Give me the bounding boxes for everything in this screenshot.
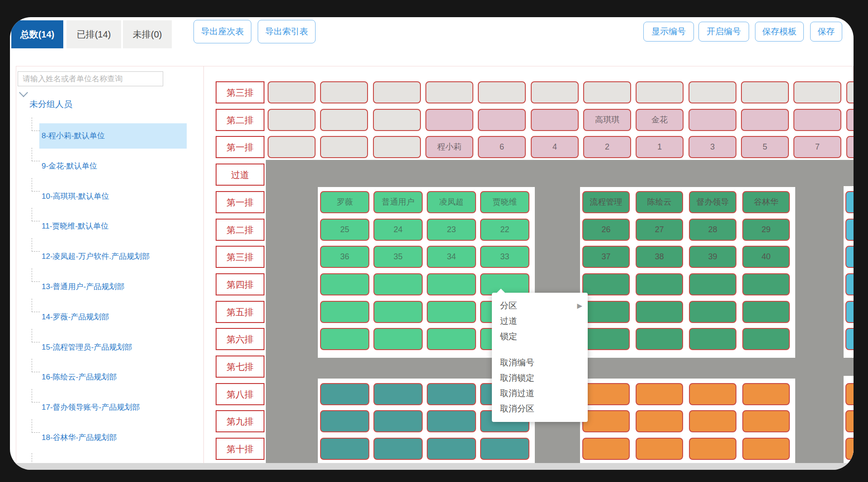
seat[interactable] (480, 438, 529, 460)
tab-seated[interactable]: 已排(14) (66, 20, 121, 48)
row-label[interactable]: 第十排 (216, 438, 264, 460)
seat[interactable] (636, 273, 683, 295)
seat[interactable]: 程小莉 (425, 136, 473, 158)
seat[interactable] (636, 301, 683, 323)
seat[interactable] (689, 438, 736, 460)
seat[interactable]: 26 (582, 219, 630, 241)
seat[interactable] (845, 410, 854, 432)
horizontal-scrollbar[interactable] (10, 463, 854, 470)
seat[interactable] (373, 410, 423, 432)
tree-item-person[interactable]: 13-普通用户-产品规划部 (42, 281, 124, 292)
search-input[interactable] (18, 71, 163, 86)
seat[interactable]: 7 (793, 136, 841, 158)
seat[interactable] (742, 383, 790, 405)
seat[interactable] (373, 438, 423, 460)
seat[interactable]: 贾晓维 (480, 191, 529, 213)
seat[interactable] (320, 301, 369, 323)
seat[interactable]: 2 (583, 136, 631, 158)
seat[interactable]: 28 (689, 219, 736, 241)
seat[interactable] (636, 410, 683, 432)
seat[interactable] (320, 328, 369, 350)
seat[interactable] (478, 81, 526, 103)
seat[interactable] (425, 109, 473, 131)
seat[interactable] (846, 81, 854, 103)
seat[interactable]: 37 (582, 246, 630, 268)
seat[interactable] (373, 136, 421, 158)
tab-unseated[interactable]: 未排(0) (123, 20, 172, 48)
seat[interactable] (320, 273, 369, 295)
seat[interactable] (320, 383, 369, 405)
seat[interactable] (793, 81, 841, 103)
seat[interactable] (320, 136, 368, 158)
seat[interactable]: 5 (741, 136, 789, 158)
context-menu-item[interactable]: 取消编号 (492, 355, 588, 370)
seat[interactable] (689, 383, 736, 405)
seat[interactable] (427, 301, 476, 323)
seat[interactable] (320, 81, 368, 103)
row-label[interactable]: 过道 (216, 164, 264, 186)
seat[interactable] (582, 301, 630, 323)
row-label[interactable]: 第七排 (216, 356, 264, 378)
seat[interactable]: 29 (742, 219, 790, 241)
seat[interactable] (742, 301, 790, 323)
seat[interactable] (741, 109, 789, 131)
tree-item-person[interactable]: 12-凌凤超-万户软件.产品规划部 (42, 251, 150, 262)
context-menu-item[interactable]: 取消过道 (492, 386, 588, 401)
seat[interactable] (478, 109, 526, 131)
tab-total[interactable]: 总数(14) (11, 20, 63, 48)
seat[interactable] (320, 410, 369, 432)
tree-item-person[interactable]: 17-督办领导账号-产品规划部 (42, 402, 140, 412)
seat[interactable]: 27 (636, 219, 683, 241)
seat[interactable] (636, 383, 683, 405)
seat[interactable]: 35 (373, 246, 423, 268)
seat[interactable]: 普通用户 (373, 191, 423, 213)
seat[interactable] (320, 109, 368, 131)
seat[interactable]: 1 (636, 136, 684, 158)
seat[interactable]: 督办领导 (689, 191, 736, 213)
seat[interactable] (742, 438, 790, 460)
tree-item-person[interactable]: 11-贾晓维-默认单位 (42, 221, 108, 231)
seat[interactable] (373, 301, 423, 323)
seat[interactable]: 6 (478, 136, 526, 158)
seat[interactable] (268, 109, 316, 131)
seat[interactable] (582, 273, 630, 295)
seat[interactable] (742, 410, 790, 432)
seat[interactable]: 25 (320, 219, 369, 241)
seat[interactable] (689, 328, 736, 350)
seat[interactable] (845, 438, 854, 460)
export-index-table-button[interactable]: 导出索引表 (258, 20, 316, 43)
tree-item-person[interactable]: 16-陈绘云-产品规划部 (42, 372, 117, 382)
seat[interactable]: 流程管理 (582, 191, 630, 213)
tree-item-person[interactable]: 15-流程管理员-产品规划部 (42, 342, 132, 352)
seat[interactable] (689, 301, 736, 323)
seat[interactable] (845, 273, 854, 295)
seat[interactable] (742, 273, 790, 295)
seat[interactable]: 3 (689, 136, 736, 158)
seat[interactable]: 23 (427, 219, 476, 241)
row-label[interactable]: 第八排 (216, 383, 264, 405)
seat[interactable] (425, 81, 473, 103)
seat[interactable] (320, 438, 369, 460)
seat[interactable]: 40 (742, 246, 790, 268)
context-menu-item[interactable]: 锁定 (492, 329, 588, 344)
seat[interactable] (427, 273, 476, 295)
save-template-button[interactable]: 保存模板 (755, 22, 804, 42)
seat[interactable]: 金花 (636, 109, 684, 131)
seat[interactable]: 凌凤超 (427, 191, 476, 213)
seat[interactable]: 24 (373, 219, 423, 241)
seat[interactable] (531, 109, 579, 131)
seat[interactable]: 罗薇 (320, 191, 369, 213)
seat[interactable] (689, 410, 736, 432)
tree-item-person[interactable]: 8-程小莉-默认单位 (42, 131, 105, 141)
tree-item-person[interactable]: 10-高琪琪-默认单位 (42, 191, 109, 201)
seat[interactable] (583, 81, 631, 103)
row-label[interactable]: 第四排 (216, 273, 264, 295)
context-menu-item[interactable]: 分区▶ (492, 298, 588, 314)
seat[interactable] (689, 109, 736, 131)
seat[interactable]: 22 (480, 219, 529, 241)
context-menu-item[interactable]: 过道 (492, 314, 588, 329)
seat[interactable] (582, 328, 630, 350)
seat[interactable] (845, 219, 854, 241)
seat[interactable] (582, 410, 630, 432)
seat[interactable] (373, 273, 423, 295)
